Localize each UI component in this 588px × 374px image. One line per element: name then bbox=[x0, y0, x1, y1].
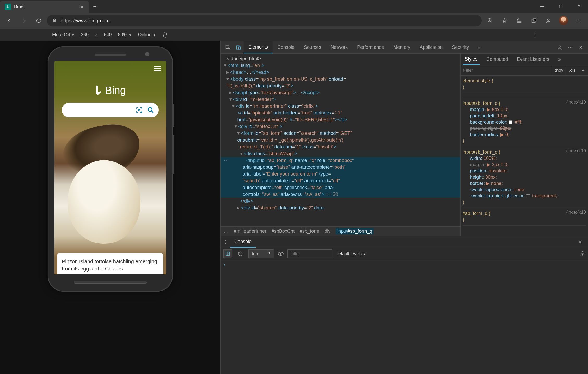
window-controls: ― ▢ ✕ bbox=[533, 0, 588, 13]
viewport-height[interactable]: 640 bbox=[104, 32, 112, 38]
tab-styles[interactable]: Styles bbox=[463, 54, 480, 65]
tab-performance[interactable]: Performance bbox=[352, 41, 389, 53]
styles-tabs: Styles Computed Event Listeners » bbox=[461, 54, 588, 65]
console-context-select[interactable]: top bbox=[248, 249, 274, 258]
camera-search-icon[interactable] bbox=[136, 107, 143, 113]
inspect-element-icon[interactable] bbox=[223, 45, 233, 50]
console-close-icon[interactable]: ✕ bbox=[575, 239, 585, 245]
phone-camera bbox=[145, 52, 149, 56]
clear-console-icon[interactable] bbox=[236, 249, 245, 258]
tab-sources[interactable]: Sources bbox=[299, 41, 326, 53]
dom-tree[interactable]: <!doctype html> ▾<html lang="en"> ▸<head… bbox=[221, 54, 460, 226]
favorite-icon[interactable] bbox=[498, 14, 511, 27]
url-text: https://www.bing.com bbox=[60, 18, 110, 24]
more-tabs-icon[interactable]: » bbox=[474, 45, 484, 50]
tab-application[interactable]: Application bbox=[415, 41, 447, 53]
user-avatar[interactable] bbox=[559, 16, 568, 25]
svg-rect-8 bbox=[239, 47, 241, 49]
background-image bbox=[54, 121, 166, 274]
devtools-body: <!doctype html> ▾<html lang="en"> ▸<head… bbox=[221, 54, 588, 236]
devtools-panel: Elements Console Sources Network Perform… bbox=[220, 41, 588, 374]
console-menu-icon[interactable]: ⋮ bbox=[223, 239, 227, 244]
console-tabs: ⋮ Console ✕ bbox=[221, 236, 588, 248]
console-toolbar: top Default levels ▼ bbox=[221, 248, 588, 260]
tab-event-listeners[interactable]: Event Listeners bbox=[515, 54, 551, 65]
bing-logo: Bing bbox=[95, 85, 126, 96]
dimension-separator: × bbox=[95, 32, 98, 38]
refresh-button[interactable] bbox=[32, 14, 45, 27]
image-caption[interactable]: Pinzon Island tortoise hatchling emergin… bbox=[57, 253, 163, 274]
window-titlebar: Bing ✕ ＋ ― ▢ ✕ bbox=[0, 0, 588, 13]
menu-icon[interactable]: ⋯ bbox=[572, 14, 585, 27]
tab-network[interactable]: Network bbox=[326, 41, 352, 53]
favorites-list-icon[interactable] bbox=[513, 14, 525, 27]
tab-security[interactable]: Security bbox=[447, 41, 474, 53]
dom-breadcrumb[interactable]: … #mHeaderInner #sbBoxCnt #sb_form div i… bbox=[221, 226, 460, 236]
log-levels-select[interactable]: Default levels ▼ bbox=[335, 251, 366, 256]
device-select[interactable]: Moto G4 ▼ bbox=[52, 32, 75, 38]
bing-favicon bbox=[5, 4, 11, 10]
tab-console-drawer[interactable]: Console bbox=[230, 236, 256, 248]
live-expression-icon[interactable] bbox=[278, 251, 284, 257]
zoom-icon[interactable] bbox=[484, 14, 496, 27]
hamburger-menu-icon[interactable] bbox=[154, 66, 161, 71]
console-sidebar-toggle-icon[interactable] bbox=[223, 249, 232, 258]
styles-filter-input[interactable] bbox=[461, 68, 552, 73]
close-tab-icon[interactable]: ✕ bbox=[80, 4, 84, 10]
phone-side-button bbox=[173, 104, 174, 127]
svg-rect-3 bbox=[163, 32, 167, 37]
forward-button[interactable] bbox=[18, 14, 30, 27]
console-output[interactable]: › bbox=[221, 260, 588, 374]
minimize-button[interactable]: ― bbox=[533, 0, 552, 13]
search-icon[interactable] bbox=[147, 107, 154, 113]
svg-point-5 bbox=[148, 107, 152, 111]
collections-icon[interactable] bbox=[528, 14, 540, 27]
devtools-settings-icon[interactable]: ⋯ bbox=[565, 45, 575, 50]
console-filter-input[interactable] bbox=[287, 249, 332, 258]
more-styles-tabs-icon[interactable]: » bbox=[556, 54, 563, 65]
style-rule[interactable]: element.style {} bbox=[463, 77, 586, 93]
devtools-tabs: Elements Console Sources Network Perform… bbox=[221, 41, 588, 54]
console-settings-icon[interactable] bbox=[580, 251, 585, 257]
new-style-rule-icon[interactable]: ＋ bbox=[578, 65, 588, 75]
devtools-close-icon[interactable]: ✕ bbox=[575, 45, 586, 50]
url-box[interactable]: https://www.bing.com bbox=[47, 15, 482, 26]
viewport-width[interactable]: 360 bbox=[81, 32, 89, 38]
cls-toggle[interactable]: .cls bbox=[566, 65, 578, 75]
browser-tab[interactable]: Bing ✕ bbox=[0, 1, 89, 13]
style-rule[interactable]: (index):10#sb_form_q {} bbox=[463, 209, 586, 226]
phone-home-bar bbox=[74, 281, 147, 284]
svg-point-4 bbox=[138, 109, 140, 111]
tab-console[interactable]: Console bbox=[273, 41, 299, 53]
back-button[interactable] bbox=[3, 14, 16, 27]
rotate-icon[interactable] bbox=[162, 32, 168, 38]
maximize-button[interactable]: ▢ bbox=[552, 0, 570, 13]
throttle-select[interactable]: Online ▼ bbox=[138, 32, 156, 38]
profile-icon[interactable] bbox=[542, 14, 555, 27]
style-rule[interactable]: (index):10input#sb_form_q {width: 100%;m… bbox=[463, 148, 586, 208]
tab-memory[interactable]: Memory bbox=[389, 41, 415, 53]
styles-filter-bar: :hov .cls ＋ bbox=[461, 65, 588, 76]
search-box[interactable] bbox=[62, 103, 159, 117]
device-mode-icon[interactable] bbox=[233, 45, 244, 50]
style-rule[interactable]: (index):10input#sb_form_q {margin: ▶ 5px… bbox=[463, 99, 586, 147]
svg-point-13 bbox=[280, 253, 281, 255]
hov-toggle[interactable]: :hov bbox=[552, 65, 566, 75]
phone-volume-button bbox=[173, 135, 174, 174]
address-bar: https://www.bing.com ⋯ bbox=[0, 13, 588, 29]
zoom-select[interactable]: 80% ▼ bbox=[118, 32, 132, 38]
new-tab-button[interactable]: ＋ bbox=[89, 0, 101, 13]
tab-computed[interactable]: Computed bbox=[484, 54, 510, 65]
phone-screen[interactable]: Bing Pinzon Island tortoise hatchling em… bbox=[54, 61, 166, 274]
style-rule[interactable]: </span><span class="selc">#sbBoxCnt .has… bbox=[463, 94, 586, 98]
lock-icon bbox=[52, 18, 57, 23]
device-toolbar-menu-icon[interactable]: ⋮ bbox=[532, 32, 536, 38]
device-toolbar: Moto G4 ▼ 360 × 640 80% ▼ Online ▼ ⋮ bbox=[0, 29, 588, 41]
devtools-profile-icon[interactable] bbox=[555, 45, 565, 50]
phone-speaker bbox=[95, 54, 126, 56]
console-prompt-icon: › bbox=[224, 262, 225, 267]
phone-frame: Bing Pinzon Island tortoise hatchling em… bbox=[48, 46, 173, 292]
tab-elements[interactable]: Elements bbox=[244, 41, 273, 53]
close-window-button[interactable]: ✕ bbox=[570, 0, 588, 13]
styles-body[interactable]: element.style {} </span><span class="sel… bbox=[461, 76, 588, 236]
